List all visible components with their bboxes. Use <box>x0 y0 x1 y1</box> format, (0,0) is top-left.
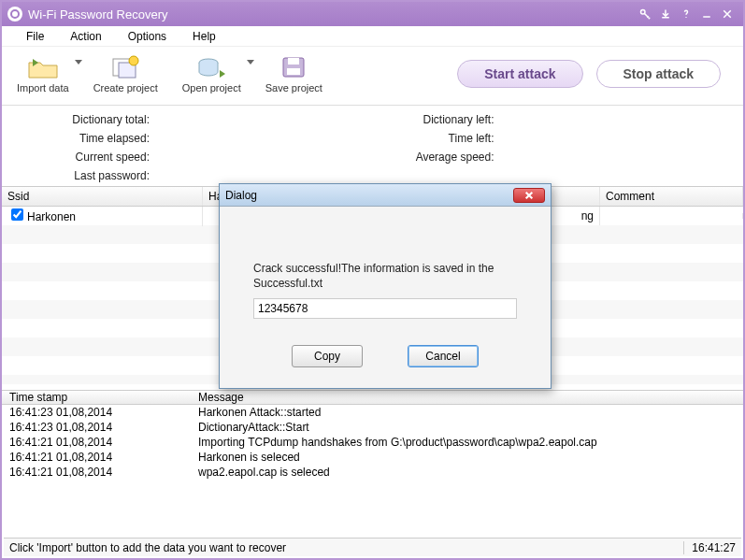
download-icon[interactable] <box>655 6 676 22</box>
svg-point-3 <box>129 56 138 65</box>
log-row[interactable]: 16:41:23 01,08,2014Harkonen Attack::star… <box>2 405 743 420</box>
stop-attack-button[interactable]: Stop attack <box>596 60 721 88</box>
menu-action[interactable]: Action <box>59 28 112 45</box>
last-password-label: Last password: <box>28 169 150 182</box>
window-title: Wi-Fi Password Recovery <box>28 7 635 22</box>
dialog-titlebar[interactable]: Dialog <box>220 184 551 207</box>
open-project-button[interactable]: Open project <box>179 52 245 95</box>
log-message: DictionaryAttack::Start <box>198 421 743 434</box>
log-header: Time stamp Message <box>2 390 743 405</box>
chevron-down-icon[interactable] <box>247 60 254 65</box>
chevron-down-icon[interactable] <box>75 60 82 65</box>
svg-rect-6 <box>288 58 299 65</box>
log-timestamp: 16:41:21 01,08,2014 <box>2 466 198 479</box>
folder-import-icon <box>26 54 60 80</box>
current-speed-label: Current speed: <box>28 151 150 164</box>
minimize-button[interactable] <box>696 6 717 22</box>
log-body[interactable]: 16:41:23 01,08,2014Harkonen Attack::star… <box>2 405 743 495</box>
create-project-button[interactable]: Create project <box>90 52 162 95</box>
row-comment <box>600 213 743 219</box>
start-attack-button[interactable]: Start attack <box>457 60 582 88</box>
dialog-result-input[interactable] <box>253 298 517 319</box>
save-project-icon <box>277 54 310 80</box>
dict-left-label: Dictionary left: <box>373 113 494 126</box>
col-timestamp[interactable]: Time stamp <box>2 391 198 404</box>
statusbar: Click 'Import' button to add the data yo… <box>4 538 741 556</box>
average-speed-label: Average speed: <box>373 151 494 164</box>
create-project-label: Create project <box>93 82 158 93</box>
log-row[interactable]: 16:41:21 01,08,2014Importing TCPdump han… <box>2 435 743 450</box>
close-button[interactable] <box>717 6 738 22</box>
result-dialog: Dialog Crack successful!The information … <box>219 183 552 389</box>
row-ssid: Harkonen <box>27 210 76 223</box>
menu-file[interactable]: File <box>15 28 55 45</box>
save-project-button[interactable]: Save project <box>262 52 326 95</box>
log-message: Harkonen Attack::started <box>198 406 743 419</box>
dialog-title: Dialog <box>225 189 513 202</box>
log-message: Harkonen is seleced <box>198 451 743 464</box>
toolbar: Import data Create project Open project … <box>2 47 743 106</box>
status-text: Click 'Import' button to add the data yo… <box>9 541 683 554</box>
stats-panel: Dictionary total: Dictionary left: Time … <box>2 106 743 186</box>
time-elapsed-label: Time elapsed: <box>28 132 150 145</box>
dialog-close-button[interactable] <box>513 188 545 203</box>
status-clock: 16:41:27 <box>683 541 736 554</box>
row-checkbox[interactable] <box>11 208 23 221</box>
log-message: Importing TCPdump handshakes from G:\pro… <box>198 436 743 449</box>
col-ssid[interactable]: Ssid <box>2 187 203 206</box>
open-project-icon <box>194 54 228 80</box>
import-data-button[interactable]: Import data <box>13 52 73 95</box>
col-message[interactable]: Message <box>198 391 743 404</box>
titlebar[interactable]: Wi-Fi Password Recovery <box>2 2 743 26</box>
save-project-label: Save project <box>265 82 322 93</box>
log-row[interactable]: 16:41:21 01,08,2014wpa2.eapol.cap is sel… <box>2 465 743 480</box>
log-row[interactable]: 16:41:21 01,08,2014Harkonen is seleced <box>2 450 743 465</box>
log-message: wpa2.eapol.cap is seleced <box>198 466 743 479</box>
time-left-label: Time left: <box>373 132 494 145</box>
help-icon[interactable] <box>676 6 696 22</box>
log-timestamp: 16:41:21 01,08,2014 <box>2 436 198 449</box>
menu-help[interactable]: Help <box>181 28 227 45</box>
key-icon[interactable] <box>635 6 655 22</box>
dialog-message: Crack successful!The information is save… <box>253 261 517 291</box>
log-timestamp: 16:41:21 01,08,2014 <box>2 451 198 464</box>
import-data-label: Import data <box>17 82 69 93</box>
menubar: File Action Options Help <box>2 26 743 47</box>
log-timestamp: 16:41:23 01,08,2014 <box>2 421 198 434</box>
create-project-icon <box>108 54 142 80</box>
app-icon <box>7 7 22 22</box>
svg-rect-7 <box>287 68 300 75</box>
cancel-button[interactable]: Cancel <box>408 345 479 367</box>
copy-button[interactable]: Copy <box>292 345 363 367</box>
dict-total-label: Dictionary total: <box>28 113 150 126</box>
menu-options[interactable]: Options <box>117 28 178 45</box>
open-project-label: Open project <box>182 82 241 93</box>
log-timestamp: 16:41:23 01,08,2014 <box>2 406 198 419</box>
col-comment[interactable]: Comment <box>600 187 743 206</box>
log-row[interactable]: 16:41:23 01,08,2014DictionaryAttack::Sta… <box>2 420 743 435</box>
